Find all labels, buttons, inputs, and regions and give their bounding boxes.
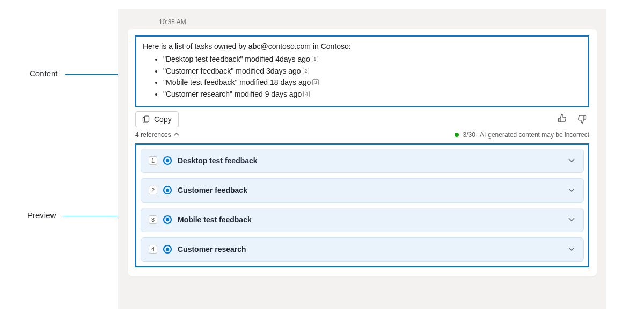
reference-source-icon xyxy=(163,215,172,225)
annotation-content-label: Content xyxy=(30,69,58,78)
annotation-preview-label: Preview xyxy=(27,211,56,220)
svg-rect-2 xyxy=(584,115,586,119)
copy-button[interactable]: Copy xyxy=(135,111,179,127)
references-header: 4 references 3/30 AI-generated content m… xyxy=(135,131,589,139)
ai-disclaimer: AI-generated content may be incorrect xyxy=(480,131,589,139)
task-list: "Desktop test feedback" modified 4days a… xyxy=(163,54,582,100)
reference-item[interactable]: 3 Mobile test feedback xyxy=(141,208,584,232)
preview-section: 1 Desktop test feedback 2 Customer feedb… xyxy=(135,143,589,267)
reference-source-icon xyxy=(163,244,172,254)
reference-title: Desktop test feedback xyxy=(178,156,562,165)
thumbs-down-button[interactable] xyxy=(574,111,589,128)
reference-item[interactable]: 2 Customer feedback xyxy=(141,178,584,203)
reference-source-icon xyxy=(163,185,172,195)
reference-number-badge: 2 xyxy=(149,186,157,194)
thumbs-up-icon xyxy=(557,118,568,126)
reference-title: Mobile test feedback xyxy=(178,215,562,224)
reference-title: Customer feedback xyxy=(178,186,562,194)
reference-item[interactable]: 1 Desktop test feedback xyxy=(141,149,584,173)
usage-count: 3/30 xyxy=(463,131,475,139)
message-card: Here is a list of tasks owned by abc@con… xyxy=(128,29,597,276)
reference-number-badge: 3 xyxy=(149,215,157,224)
thumbs-up-button[interactable] xyxy=(555,111,570,128)
chevron-down-icon xyxy=(567,156,576,166)
svg-point-4 xyxy=(166,159,169,162)
chevron-down-icon xyxy=(567,185,576,196)
svg-point-6 xyxy=(166,189,169,192)
toolbar: Copy xyxy=(135,111,589,128)
content-section: Here is a list of tasks owned by abc@con… xyxy=(135,35,589,107)
thumbs-down-icon xyxy=(576,118,587,126)
task-item: "Mobile test feedback" modified 18 days … xyxy=(163,77,582,89)
task-item: "Desktop test feedback" modified 4days a… xyxy=(163,54,582,66)
intro-text: Here is a list of tasks owned by abc@con… xyxy=(143,42,582,50)
chevron-up-icon xyxy=(173,131,180,139)
reference-number-badge: 4 xyxy=(149,245,157,254)
chat-message-frame: 10:38 AM Here is a list of tasks owned b… xyxy=(118,9,606,309)
reference-number-badge: 1 xyxy=(149,156,157,165)
citation-badge[interactable]: 3 xyxy=(312,79,319,85)
references-toggle[interactable]: 4 references xyxy=(135,131,180,139)
copy-label: Copy xyxy=(154,115,172,124)
citation-badge[interactable]: 1 xyxy=(312,56,318,62)
copy-icon xyxy=(142,115,151,124)
reference-item[interactable]: 4 Customer research xyxy=(141,237,584,262)
task-item: "Customer feedback" modified 3days ago2 xyxy=(163,66,582,77)
reference-source-icon xyxy=(163,156,172,165)
citation-badge[interactable]: 4 xyxy=(303,91,310,97)
timestamp: 10:38 AM xyxy=(159,18,597,26)
svg-point-10 xyxy=(166,248,169,251)
chevron-down-icon xyxy=(567,244,576,255)
svg-rect-1 xyxy=(559,118,560,122)
citation-badge[interactable]: 2 xyxy=(303,68,309,74)
chevron-down-icon xyxy=(567,215,576,225)
svg-point-8 xyxy=(166,218,169,221)
svg-rect-0 xyxy=(145,116,149,122)
status-dot-icon xyxy=(455,133,459,137)
task-item: "Customer research" modified 9 days ago4 xyxy=(163,89,582,100)
reference-title: Customer research xyxy=(178,245,562,254)
